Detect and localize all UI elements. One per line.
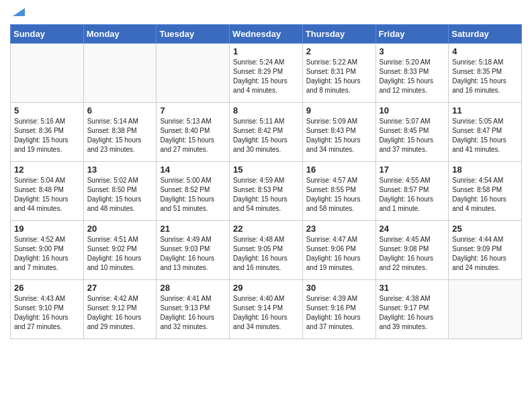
calendar-cell: 12Sunrise: 5:04 AM Sunset: 8:48 PM Dayli…: [11, 162, 84, 221]
calendar-cell: 29Sunrise: 4:40 AM Sunset: 9:14 PM Dayli…: [230, 280, 303, 339]
day-number: 9: [306, 105, 372, 116]
calendar-cell: 25Sunrise: 4:44 AM Sunset: 9:09 PM Dayli…: [449, 221, 522, 280]
calendar-header-row: SundayMondayTuesdayWednesdayThursdayFrid…: [11, 25, 522, 44]
calendar-cell: 9Sunrise: 5:09 AM Sunset: 8:43 PM Daylig…: [302, 103, 375, 162]
day-number: 26: [14, 283, 80, 293]
calendar-week-4: 19Sunrise: 4:52 AM Sunset: 9:00 PM Dayli…: [11, 221, 522, 280]
day-number: 19: [14, 224, 80, 234]
day-info: Sunrise: 5:20 AM Sunset: 8:33 PM Dayligh…: [380, 58, 445, 95]
day-number: 16: [306, 165, 372, 175]
day-info: Sunrise: 4:54 AM Sunset: 8:58 PM Dayligh…: [452, 176, 518, 214]
calendar-cell: [449, 280, 522, 339]
day-info: Sunrise: 4:43 AM Sunset: 9:10 PM Dayligh…: [14, 294, 80, 332]
calendar-cell: 8Sunrise: 5:11 AM Sunset: 8:42 PM Daylig…: [230, 103, 303, 162]
day-info: Sunrise: 4:48 AM Sunset: 9:05 PM Dayligh…: [233, 235, 299, 273]
calendar-cell: 18Sunrise: 4:54 AM Sunset: 8:58 PM Dayli…: [449, 162, 522, 221]
calendar-cell: 15Sunrise: 4:59 AM Sunset: 8:53 PM Dayli…: [230, 162, 303, 221]
calendar-table: SundayMondayTuesdayWednesdayThursdayFrid…: [10, 24, 522, 339]
day-number: 29: [233, 283, 299, 293]
day-info: Sunrise: 5:04 AM Sunset: 8:48 PM Dayligh…: [14, 176, 80, 214]
calendar-cell: 10Sunrise: 5:07 AM Sunset: 8:45 PM Dayli…: [375, 103, 449, 162]
day-number: 20: [87, 224, 153, 234]
day-number: 18: [452, 165, 518, 175]
day-number: 3: [380, 46, 445, 56]
calendar-cell: 20Sunrise: 4:51 AM Sunset: 9:02 PM Dayli…: [83, 221, 157, 280]
calendar-cell: 13Sunrise: 5:02 AM Sunset: 8:50 PM Dayli…: [83, 162, 157, 221]
day-info: Sunrise: 4:38 AM Sunset: 9:17 PM Dayligh…: [380, 294, 445, 332]
calendar-cell: 16Sunrise: 4:57 AM Sunset: 8:55 PM Dayli…: [302, 162, 375, 221]
day-number: 31: [380, 283, 445, 293]
day-number: 17: [380, 165, 445, 175]
day-number: 21: [160, 224, 226, 234]
day-number: 7: [160, 105, 226, 116]
day-number: 30: [306, 283, 372, 293]
day-info: Sunrise: 4:51 AM Sunset: 9:02 PM Dayligh…: [87, 235, 153, 273]
calendar-cell: 23Sunrise: 4:47 AM Sunset: 9:06 PM Dayli…: [302, 221, 375, 280]
calendar-cell: 14Sunrise: 5:00 AM Sunset: 8:52 PM Dayli…: [157, 162, 230, 221]
calendar-week-1: 1Sunrise: 5:24 AM Sunset: 8:29 PM Daylig…: [11, 44, 522, 103]
day-info: Sunrise: 4:49 AM Sunset: 9:03 PM Dayligh…: [160, 235, 226, 273]
day-info: Sunrise: 4:39 AM Sunset: 9:16 PM Dayligh…: [306, 294, 372, 332]
calendar-cell: 21Sunrise: 4:49 AM Sunset: 9:03 PM Dayli…: [157, 221, 230, 280]
day-number: 14: [160, 165, 226, 175]
day-info: Sunrise: 5:22 AM Sunset: 8:31 PM Dayligh…: [306, 58, 372, 95]
day-info: Sunrise: 5:14 AM Sunset: 8:38 PM Dayligh…: [87, 117, 153, 154]
column-header-sunday: Sunday: [11, 25, 84, 44]
column-header-wednesday: Wednesday: [230, 25, 303, 44]
day-info: Sunrise: 5:02 AM Sunset: 8:50 PM Dayligh…: [87, 176, 153, 214]
calendar-cell: [11, 44, 84, 103]
day-number: 24: [380, 224, 445, 234]
day-info: Sunrise: 4:42 AM Sunset: 9:12 PM Dayligh…: [87, 294, 153, 332]
column-header-friday: Friday: [375, 25, 449, 44]
day-info: Sunrise: 4:45 AM Sunset: 9:08 PM Dayligh…: [380, 235, 445, 273]
day-info: Sunrise: 5:18 AM Sunset: 8:35 PM Dayligh…: [452, 58, 518, 95]
calendar-cell: 31Sunrise: 4:38 AM Sunset: 9:17 PM Dayli…: [375, 280, 449, 339]
day-info: Sunrise: 4:41 AM Sunset: 9:13 PM Dayligh…: [160, 294, 226, 332]
day-info: Sunrise: 4:44 AM Sunset: 9:09 PM Dayligh…: [452, 235, 518, 273]
day-number: 22: [233, 224, 299, 234]
day-info: Sunrise: 5:09 AM Sunset: 8:43 PM Dayligh…: [306, 117, 372, 154]
day-info: Sunrise: 5:13 AM Sunset: 8:40 PM Dayligh…: [160, 117, 226, 154]
calendar-cell: [157, 44, 230, 103]
day-number: 8: [233, 105, 299, 116]
calendar-cell: 11Sunrise: 5:05 AM Sunset: 8:47 PM Dayli…: [449, 103, 522, 162]
day-number: 1: [233, 46, 299, 56]
day-info: Sunrise: 5:05 AM Sunset: 8:47 PM Dayligh…: [452, 117, 518, 154]
column-header-thursday: Thursday: [302, 25, 375, 44]
calendar-cell: 17Sunrise: 4:55 AM Sunset: 8:57 PM Dayli…: [375, 162, 449, 221]
day-number: 28: [160, 283, 226, 293]
calendar-cell: 1Sunrise: 5:24 AM Sunset: 8:29 PM Daylig…: [230, 44, 303, 103]
day-number: 15: [233, 165, 299, 175]
day-info: Sunrise: 5:24 AM Sunset: 8:29 PM Dayligh…: [233, 58, 299, 95]
calendar-week-3: 12Sunrise: 5:04 AM Sunset: 8:48 PM Dayli…: [11, 162, 522, 221]
calendar-cell: 6Sunrise: 5:14 AM Sunset: 8:38 PM Daylig…: [83, 103, 157, 162]
calendar-cell: 7Sunrise: 5:13 AM Sunset: 8:40 PM Daylig…: [157, 103, 230, 162]
page-header: [10, 7, 522, 19]
calendar-cell: 5Sunrise: 5:16 AM Sunset: 8:36 PM Daylig…: [11, 103, 84, 162]
day-number: 27: [87, 283, 153, 293]
day-number: 12: [14, 165, 80, 175]
calendar-cell: 27Sunrise: 4:42 AM Sunset: 9:12 PM Dayli…: [83, 280, 157, 339]
day-info: Sunrise: 4:55 AM Sunset: 8:57 PM Dayligh…: [380, 176, 445, 214]
calendar-week-5: 26Sunrise: 4:43 AM Sunset: 9:10 PM Dayli…: [11, 280, 522, 339]
day-info: Sunrise: 4:59 AM Sunset: 8:53 PM Dayligh…: [233, 176, 299, 214]
day-info: Sunrise: 4:57 AM Sunset: 8:55 PM Dayligh…: [306, 176, 372, 214]
day-info: Sunrise: 5:16 AM Sunset: 8:36 PM Dayligh…: [14, 117, 80, 154]
calendar-cell: 19Sunrise: 4:52 AM Sunset: 9:00 PM Dayli…: [11, 221, 84, 280]
calendar-cell: 22Sunrise: 4:48 AM Sunset: 9:05 PM Dayli…: [230, 221, 303, 280]
calendar-cell: 2Sunrise: 5:22 AM Sunset: 8:31 PM Daylig…: [302, 44, 375, 103]
day-info: Sunrise: 5:11 AM Sunset: 8:42 PM Dayligh…: [233, 117, 299, 154]
day-info: Sunrise: 4:47 AM Sunset: 9:06 PM Dayligh…: [306, 235, 372, 273]
day-number: 4: [452, 46, 518, 56]
calendar-cell: 3Sunrise: 5:20 AM Sunset: 8:33 PM Daylig…: [375, 44, 449, 103]
day-number: 5: [14, 105, 80, 116]
calendar-week-2: 5Sunrise: 5:16 AM Sunset: 8:36 PM Daylig…: [11, 103, 522, 162]
day-info: Sunrise: 5:00 AM Sunset: 8:52 PM Dayligh…: [160, 176, 226, 214]
logo-icon: [13, 4, 25, 16]
calendar-cell: 24Sunrise: 4:45 AM Sunset: 9:08 PM Dayli…: [375, 221, 449, 280]
calendar-cell: 26Sunrise: 4:43 AM Sunset: 9:10 PM Dayli…: [11, 280, 84, 339]
calendar-cell: 30Sunrise: 4:39 AM Sunset: 9:16 PM Dayli…: [302, 280, 375, 339]
day-number: 6: [87, 105, 153, 116]
day-number: 13: [87, 165, 153, 175]
calendar-cell: [83, 44, 157, 103]
